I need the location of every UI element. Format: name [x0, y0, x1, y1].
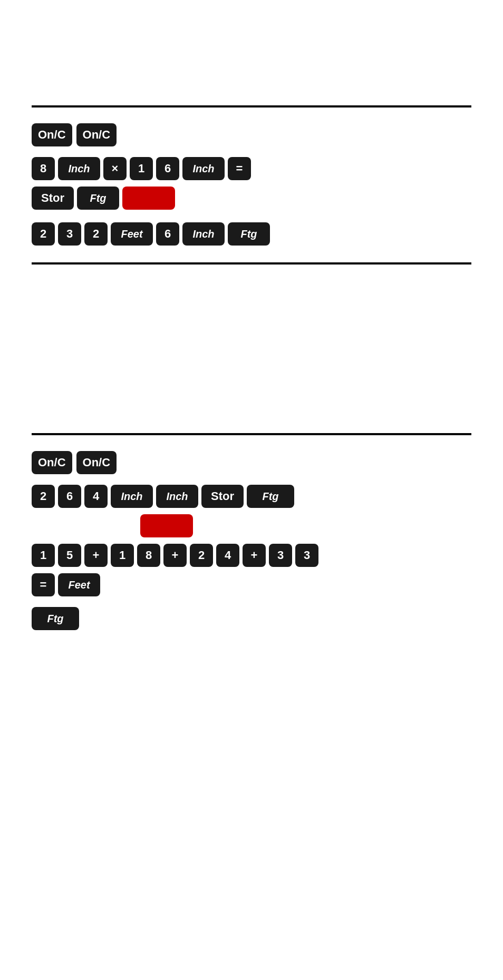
btn-equals-2[interactable]: = — [32, 573, 55, 596]
btn-1[interactable]: 1 — [130, 157, 153, 180]
onc-button-2[interactable]: On/C — [76, 123, 117, 146]
section-2: On/C On/C 2 6 4 Inch Inch Stor Ftg 1 5 +… — [0, 435, 503, 668]
btn-6c[interactable]: 6 — [58, 485, 81, 508]
btn-plus-3[interactable]: + — [243, 544, 266, 567]
btn-inch-4[interactable]: Inch — [111, 485, 153, 508]
btn-inch-2[interactable]: Inch — [182, 157, 225, 180]
calc-row-1: 8 Inch × 1 6 Inch = — [32, 157, 471, 180]
onc-row-1: On/C On/C — [32, 123, 471, 146]
btn-3a[interactable]: 3 — [269, 544, 292, 567]
btn-3[interactable]: 3 — [58, 222, 81, 246]
btn-equals-1[interactable]: = — [228, 157, 251, 180]
btn-8[interactable]: 8 — [137, 544, 160, 567]
onc-row-2: On/C On/C — [32, 451, 471, 474]
btn-inch-3[interactable]: Inch — [182, 222, 225, 246]
btn-ftg-2[interactable]: Ftg — [228, 222, 270, 246]
calc-row-2: 2 3 2 Feet 6 Inch Ftg — [32, 222, 471, 246]
btn-2a[interactable]: 2 — [32, 222, 55, 246]
btn-1b[interactable]: 1 — [111, 544, 134, 567]
btn-3b[interactable]: 3 — [295, 544, 318, 567]
btn-stor-1[interactable]: Stor — [32, 187, 74, 210]
section-1: On/C On/C 8 Inch × 1 6 Inch = Stor Ftg 2… — [0, 107, 503, 262]
btn-1a[interactable]: 1 — [32, 544, 55, 567]
btn-inch-1[interactable]: Inch — [58, 157, 100, 180]
final-ftg-row: Ftg — [32, 607, 471, 630]
onc-button-3[interactable]: On/C — [32, 451, 72, 474]
btn-2d[interactable]: 2 — [190, 544, 213, 567]
calc-row-3: 2 6 4 Inch Inch Stor Ftg — [32, 485, 471, 508]
middle-empty-section — [0, 264, 503, 433]
btn-4b[interactable]: 4 — [216, 544, 239, 567]
red-bar-1 — [122, 187, 175, 210]
btn-feet-1[interactable]: Feet — [111, 222, 153, 246]
red-bar-2 — [140, 514, 193, 537]
btn-8[interactable]: 8 — [32, 157, 55, 180]
btn-4[interactable]: 4 — [84, 485, 108, 508]
onc-button-1[interactable]: On/C — [32, 123, 72, 146]
btn-6[interactable]: 6 — [156, 157, 179, 180]
btn-multiply[interactable]: × — [103, 157, 127, 180]
btn-2c[interactable]: 2 — [32, 485, 55, 508]
onc-button-4[interactable]: On/C — [76, 451, 117, 474]
equals-feet-row: = Feet — [32, 573, 471, 596]
btn-feet-2[interactable]: Feet — [58, 573, 100, 596]
calc-row-4: 1 5 + 1 8 + 2 4 + 3 3 — [32, 544, 471, 567]
btn-ftg-3[interactable]: Ftg — [247, 485, 294, 508]
btn-inch-5[interactable]: Inch — [156, 485, 198, 508]
btn-ftg-1[interactable]: Ftg — [77, 187, 119, 210]
stor-row-1: Stor Ftg — [32, 187, 471, 210]
btn-6b[interactable]: 6 — [156, 222, 179, 246]
top-empty-section — [0, 0, 503, 105]
red-bar-row-2 — [32, 514, 471, 537]
btn-stor-2[interactable]: Stor — [201, 485, 244, 508]
btn-5[interactable]: 5 — [58, 544, 81, 567]
btn-ftg-4[interactable]: Ftg — [32, 607, 79, 630]
btn-plus-2[interactable]: + — [163, 544, 187, 567]
btn-plus-1[interactable]: + — [84, 544, 108, 567]
btn-2b[interactable]: 2 — [84, 222, 108, 246]
